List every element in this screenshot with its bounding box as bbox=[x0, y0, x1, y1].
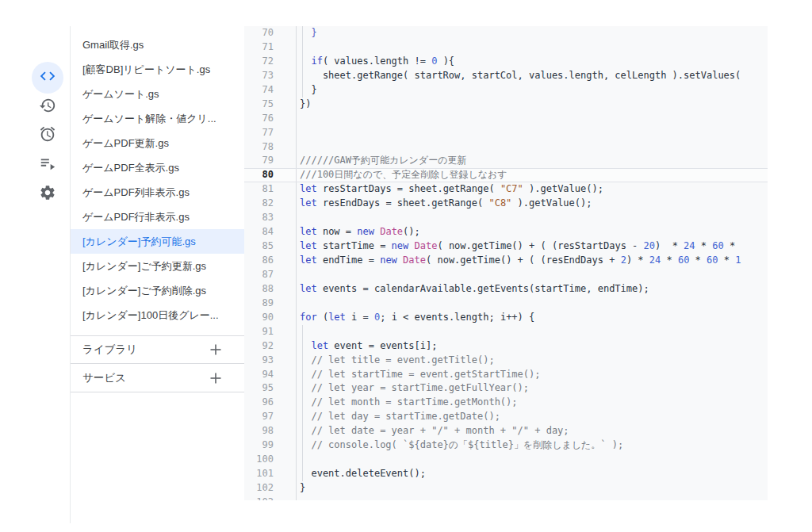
apps-script-editor-window: Gmail取得.gs[顧客DB]リピートソート.gsゲームソート.gsゲームソー… bbox=[0, 0, 812, 532]
file-item[interactable]: [カレンダー]100日後グレー... bbox=[71, 303, 245, 327]
line-number: 72 bbox=[244, 55, 297, 69]
line-number: 71 bbox=[244, 40, 297, 55]
code-line[interactable]: 85let startTime = new Date( now.getTime(… bbox=[244, 239, 768, 254]
file-item[interactable]: ゲームソート解除・値クリ... bbox=[71, 106, 245, 131]
code-line[interactable]: 98 // let date = year + "/" + month + "/… bbox=[244, 424, 768, 438]
line-number: 100 bbox=[244, 453, 297, 467]
line-number: 96 bbox=[244, 396, 297, 410]
file-item-selected[interactable]: [カレンダー]予約可能.gs bbox=[71, 229, 245, 254]
code-line[interactable]: 78 bbox=[244, 140, 768, 155]
file-item[interactable]: [顧客DB]リピートソート.gs bbox=[71, 57, 245, 82]
code-line[interactable]: 89 bbox=[244, 297, 768, 311]
line-number: 99 bbox=[244, 438, 297, 453]
file-item[interactable]: [カレンダー]ご予約更新.gs bbox=[71, 254, 245, 278]
line-number: 74 bbox=[244, 83, 297, 98]
line-number: 93 bbox=[244, 354, 297, 368]
code-line[interactable]: 103 bbox=[244, 496, 768, 500]
editor-tab-button[interactable] bbox=[38, 68, 57, 87]
code-line[interactable]: 99 // console.log( `${date}の「${title}」を削… bbox=[244, 438, 768, 453]
line-number: 102 bbox=[244, 481, 297, 496]
code-line-current[interactable]: 80///100日間なので、予定全削除し登録しなおす bbox=[244, 168, 768, 182]
line-number: 98 bbox=[244, 424, 297, 438]
file-item[interactable]: ゲームPDF全表示.gs bbox=[71, 155, 245, 180]
history-icon bbox=[39, 97, 56, 117]
line-number: 78 bbox=[244, 140, 297, 155]
project-settings-button[interactable] bbox=[38, 185, 57, 204]
code-line[interactable]: 84let now = new Date(); bbox=[244, 225, 768, 239]
line-number: 89 bbox=[244, 297, 297, 311]
line-number: 101 bbox=[244, 467, 297, 481]
code-line[interactable]: 101 event.deleteEvent(); bbox=[244, 467, 768, 481]
line-number: 79 bbox=[244, 154, 297, 168]
triggers-button[interactable] bbox=[38, 126, 57, 145]
code-line[interactable]: 92 let event = events[i]; bbox=[244, 339, 768, 354]
line-number: 81 bbox=[244, 182, 297, 197]
code-line[interactable]: 83 bbox=[244, 211, 768, 225]
file-item[interactable]: ゲームPDF列非表示.gs bbox=[71, 180, 245, 205]
code-line[interactable]: 100 bbox=[244, 453, 768, 467]
line-number: 76 bbox=[244, 112, 297, 126]
line-number: 97 bbox=[244, 410, 297, 424]
line-number: 92 bbox=[244, 339, 297, 354]
alarm-icon bbox=[39, 125, 56, 146]
code-line[interactable]: 76 bbox=[244, 112, 768, 126]
code-line[interactable]: 90for (let i = 0; i < events.length; i++… bbox=[244, 311, 768, 325]
line-number: 88 bbox=[244, 282, 297, 297]
line-number: 95 bbox=[244, 381, 297, 396]
line-number: 85 bbox=[244, 239, 297, 254]
code-line[interactable]: 96 // let month = startTime.getMonth(); bbox=[244, 396, 768, 410]
code-line[interactable]: 93 // let title = event.getTitle(); bbox=[244, 354, 768, 368]
code-line[interactable]: 82let resEndDays = sheet.getRange( "C8" … bbox=[244, 197, 768, 211]
code-editor[interactable]: 70 }7172 if( values.length != 0 ){73 she… bbox=[244, 26, 768, 500]
code-line[interactable]: 73 sheet.getRange( startRow, startCol, v… bbox=[244, 69, 768, 83]
code-line[interactable]: 91 bbox=[244, 325, 768, 339]
code-line[interactable]: 102} bbox=[244, 481, 768, 496]
file-item[interactable]: [カレンダー]ご予約削除.gs bbox=[71, 278, 245, 303]
code-line[interactable]: 75}) bbox=[244, 98, 768, 112]
code-lines: 70 }7172 if( values.length != 0 ){73 she… bbox=[244, 26, 768, 500]
playlist-play-icon bbox=[39, 155, 56, 175]
project-history-button[interactable] bbox=[38, 98, 57, 117]
code-line[interactable]: 88let events = calendarAvailable.getEven… bbox=[244, 282, 768, 297]
line-number: 84 bbox=[244, 225, 297, 239]
code-icon bbox=[39, 67, 56, 88]
line-number: 87 bbox=[244, 268, 297, 282]
code-line[interactable]: 97 // let day = startTime.getDate(); bbox=[244, 410, 768, 424]
code-line[interactable]: 81let resStartDays = sheet.getRange( "C7… bbox=[244, 182, 768, 197]
code-line[interactable]: 70 } bbox=[244, 26, 768, 40]
libraries-label: ライブラリ bbox=[71, 343, 137, 357]
line-number: 77 bbox=[244, 126, 297, 140]
code-line[interactable]: 72 if( values.length != 0 ){ bbox=[244, 55, 768, 69]
file-item[interactable]: ゲームソート.gs bbox=[71, 82, 245, 106]
code-line[interactable]: 79//////GAW予約可能カレンダーの更新 bbox=[244, 154, 768, 168]
line-number: 91 bbox=[244, 325, 297, 339]
line-number: 94 bbox=[244, 368, 297, 382]
files-sidebar: Gmail取得.gs[顧客DB]リピートソート.gsゲームソート.gsゲームソー… bbox=[70, 26, 244, 523]
line-number: 83 bbox=[244, 211, 297, 225]
file-item[interactable]: Gmail取得.gs bbox=[71, 33, 245, 57]
code-line[interactable]: 71 bbox=[244, 40, 768, 55]
code-line[interactable]: 94 // let startTime = event.getStartTime… bbox=[244, 368, 768, 382]
line-number: 75 bbox=[244, 98, 297, 112]
line-number: 73 bbox=[244, 69, 297, 83]
code-line[interactable]: 86let endTime = new Date( now.getTime() … bbox=[244, 254, 768, 268]
libraries-section: ライブラリ bbox=[71, 335, 245, 363]
executions-button[interactable] bbox=[38, 155, 57, 174]
services-section: サービス bbox=[71, 363, 245, 392]
code-line[interactable]: 77 bbox=[244, 126, 768, 140]
code-line[interactable]: 74 } bbox=[244, 83, 768, 98]
add-service-button[interactable] bbox=[209, 371, 223, 385]
line-number: 80 bbox=[244, 169, 297, 182]
file-item[interactable]: ゲームPDF行非表示.gs bbox=[71, 205, 245, 229]
line-number: 90 bbox=[244, 311, 297, 325]
add-library-button[interactable] bbox=[209, 343, 223, 357]
file-item[interactable]: ゲームPDF更新.gs bbox=[71, 131, 245, 155]
left-icon-rail bbox=[0, 26, 70, 518]
services-label: サービス bbox=[71, 371, 126, 385]
plus-icon bbox=[209, 343, 223, 357]
gear-icon bbox=[39, 184, 56, 205]
code-line[interactable]: 87 bbox=[244, 268, 768, 282]
line-number: 86 bbox=[244, 254, 297, 268]
plus-icon bbox=[209, 371, 223, 385]
code-line[interactable]: 95 // let year = startTime.getFullYear()… bbox=[244, 381, 768, 396]
